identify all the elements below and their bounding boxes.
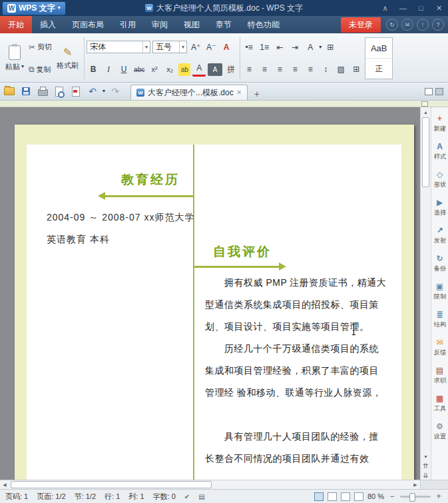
message-icon[interactable]: ✉: [401, 19, 413, 31]
redo-button[interactable]: ↷: [109, 85, 122, 98]
statusbar-field[interactable]: 页码: 1: [5, 492, 28, 502]
horizontal-scrollbar-track[interactable]: [9, 480, 411, 489]
sidebar-item[interactable]: ▶ 选择: [431, 194, 448, 222]
zoom-slider[interactable]: [400, 496, 431, 498]
outdent-button[interactable]: ⇤: [273, 41, 286, 53]
ribbon-tab[interactable]: 页面布局: [64, 16, 112, 33]
horizontal-scrollbar-thumb[interactable]: [11, 481, 212, 488]
cut-button[interactable]: ✂ 剪切: [29, 39, 52, 55]
sidebar-item[interactable]: ▤ 求职: [431, 362, 448, 390]
sidebar-item[interactable]: A 样式: [431, 138, 448, 166]
undo-button[interactable]: ↶: [86, 85, 99, 98]
italic-button[interactable]: I: [102, 63, 115, 76]
borders-button[interactable]: ⊞: [349, 63, 363, 76]
superscript-button[interactable]: x²: [148, 63, 161, 76]
align-center-button[interactable]: ≡: [258, 63, 271, 76]
vertical-scrollbar[interactable]: ▲ ▼ ⇈ ⇊: [420, 107, 431, 480]
scroll-right-icon[interactable]: ▶: [411, 480, 420, 489]
zoom-level[interactable]: 80 %: [367, 492, 384, 500]
font-size-select[interactable]: 五号 ▾: [152, 41, 187, 53]
ribbon-tab[interactable]: 特色功能: [240, 16, 288, 33]
vertical-scrollbar-thumb[interactable]: [422, 117, 429, 187]
highlight-button[interactable]: ab: [178, 63, 190, 76]
sidebar-item[interactable]: ▣ 限制: [431, 278, 448, 306]
shading-button[interactable]: ▨: [334, 63, 347, 76]
text-effects-button[interactable]: A: [220, 41, 233, 53]
ribbon-tab[interactable]: 开始: [0, 16, 32, 33]
font-color-button[interactable]: A: [192, 62, 206, 77]
sync-icon[interactable]: ↻: [386, 19, 398, 31]
line-spacing-button[interactable]: ↕: [319, 63, 332, 76]
sidebar-item[interactable]: ✉ 反馈: [431, 334, 448, 362]
horizontal-scrollbar[interactable]: ◀ ▶: [0, 480, 448, 489]
paste-button[interactable]: 粘贴▾: [1, 35, 28, 82]
export-pdf-button[interactable]: [69, 85, 83, 98]
document-page[interactable]: 教育经历 2004-09 ～ 2008-07 xx师范大学 英语教育 本科 自我…: [15, 125, 414, 480]
style-preview[interactable]: AaB: [365, 38, 392, 59]
zoom-slider-thumb[interactable]: [409, 493, 415, 502]
upgrade-icon[interactable]: ↑: [417, 19, 429, 31]
ruler-toggle-icon[interactable]: [421, 101, 428, 107]
wps-menu-button[interactable]: W WPS 文字 ▾: [2, 1, 66, 15]
align-distribute-button[interactable]: ≡: [304, 63, 317, 76]
statusbar-field[interactable]: 列: 1: [128, 492, 144, 502]
save-button[interactable]: [19, 85, 33, 98]
ribbon-tab[interactable]: 审阅: [144, 16, 176, 33]
align-left-button[interactable]: ≡: [242, 63, 256, 76]
phonetic-guide-button[interactable]: 拼: [224, 63, 238, 76]
numbering-button[interactable]: 1≡: [258, 41, 271, 53]
align-right-button[interactable]: ≡: [273, 63, 286, 76]
format-painter-button[interactable]: ✎ 格式刷: [53, 35, 83, 82]
web-layout-view-icon[interactable]: [341, 492, 350, 501]
print-layout-view-icon[interactable]: [314, 492, 324, 501]
minimize-button[interactable]: —: [394, 0, 412, 16]
spellcheck-icon[interactable]: ✔: [184, 493, 190, 500]
strikethrough-button[interactable]: abc: [132, 63, 146, 76]
document-canvas[interactable]: 教育经历 2004-09 ～ 2008-07 xx师范大学 英语教育 本科 自我…: [0, 107, 420, 480]
sidebar-item[interactable]: ≣ 结构: [431, 306, 448, 334]
print-button[interactable]: [36, 85, 49, 98]
increase-font-button[interactable]: A⁺: [189, 41, 202, 53]
chevron-down-icon[interactable]: ▾: [103, 89, 105, 94]
ribbon-tab[interactable]: 视图: [176, 16, 208, 33]
open-button[interactable]: [3, 85, 16, 98]
bullets-button[interactable]: •≡: [242, 41, 256, 53]
zoom-out-button[interactable]: −: [388, 492, 396, 501]
help-icon[interactable]: ?: [432, 19, 444, 31]
text-tools-button[interactable]: A: [304, 41, 317, 53]
doc-restore-icon[interactable]: [425, 88, 433, 95]
previous-page-icon[interactable]: ⇈: [421, 461, 431, 470]
fullscreen-view-icon[interactable]: [328, 492, 337, 501]
sidebar-item[interactable]: ▦ 工具: [431, 390, 448, 418]
align-justify-button[interactable]: ≡: [288, 63, 302, 76]
next-page-icon[interactable]: ⇊: [421, 470, 431, 480]
indent-button[interactable]: ⇥: [288, 41, 302, 53]
close-button[interactable]: ✕: [430, 0, 448, 16]
scroll-left-icon[interactable]: ◀: [0, 480, 9, 489]
styles-gallery[interactable]: AaB 正: [365, 37, 393, 79]
statusbar-field[interactable]: 行: 1: [105, 492, 120, 502]
outline-view-icon[interactable]: [354, 492, 363, 501]
ribbon-tab[interactable]: 引用: [112, 16, 144, 33]
scroll-down-icon[interactable]: ▼: [421, 452, 431, 461]
sidebar-item[interactable]: ↗ 发射: [431, 222, 448, 250]
subscript-button[interactable]: x₂: [163, 63, 176, 76]
statusbar-field[interactable]: 页面: 1/2: [37, 492, 65, 502]
style-name[interactable]: 正: [365, 59, 392, 79]
statusbar-field[interactable]: 字数: 0: [153, 492, 176, 502]
login-button[interactable]: 未登录: [341, 17, 381, 33]
decrease-font-button[interactable]: A⁻: [204, 41, 218, 53]
ribbon-tab[interactable]: 章节: [208, 16, 240, 33]
statusbar-field[interactable]: 节: 1/2: [75, 492, 96, 502]
sidebar-item[interactable]: ↻ 备份: [431, 250, 448, 278]
print-preview-button[interactable]: [53, 85, 66, 98]
maximize-button[interactable]: □: [412, 0, 430, 16]
sidebar-item[interactable]: ⚙ 设置: [431, 418, 448, 446]
ribbon-tab[interactable]: 插入: [32, 16, 64, 33]
sidebar-item[interactable]: ◇ 形状: [431, 166, 448, 194]
sidebar-item[interactable]: + 新建: [431, 110, 448, 138]
new-tab-button[interactable]: +: [251, 88, 263, 100]
scroll-up-icon[interactable]: ▲: [421, 107, 431, 117]
copy-button[interactable]: ⧉ 复制: [29, 61, 52, 77]
doc-new-window-icon[interactable]: [435, 88, 443, 95]
